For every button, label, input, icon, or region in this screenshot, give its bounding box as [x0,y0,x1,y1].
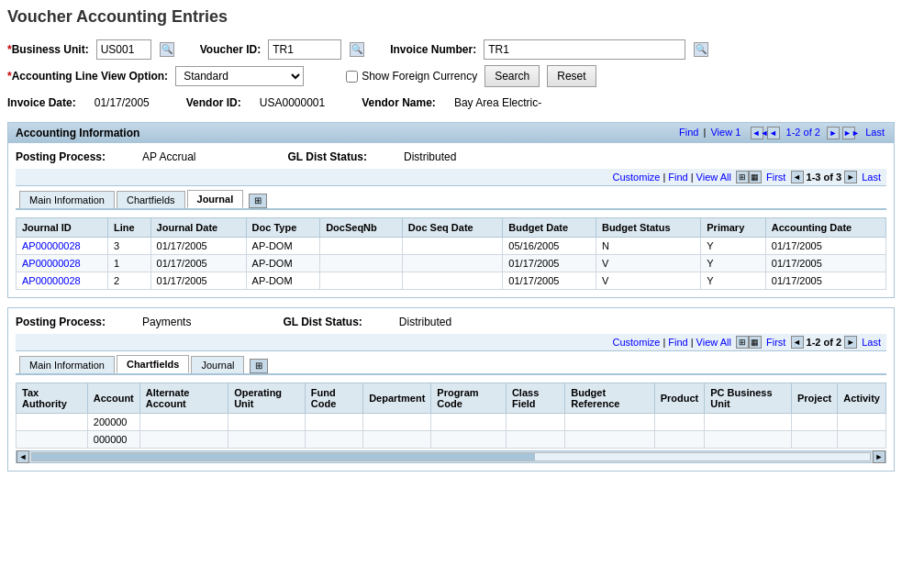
section1-title: Accounting Information [16,127,139,139]
section2-col-account: Account [87,383,139,414]
section2-gldist-label: GL Dist Status: [283,316,362,328]
reset-button[interactable]: Reset [547,65,596,87]
section1-inner-next[interactable]: ► [844,171,857,183]
section2-inner-count: 1-2 of 2 [807,337,842,348]
invoice-date-value: 01/17/2005 [95,96,150,109]
section2-inner-grid[interactable]: ▦ [749,336,762,349]
journal-id-link[interactable]: AP00000028 [22,258,81,269]
section2-scroll-track[interactable] [31,452,871,461]
section1-gldist-label: GL Dist Status: [288,150,367,163]
section2-inner-expand[interactable]: ⊞ [736,336,749,349]
section1-tab-expand-icon[interactable]: ⊞ [249,194,267,208]
table-cell[interactable]: AP00000028 [17,272,108,290]
table-cell [838,431,886,449]
table-cell: AP-DOM [246,238,320,255]
section1-tab-chartfields[interactable]: Chartfields [117,191,185,208]
voucher-id-lookup-icon[interactable]: 🔍 [350,42,364,57]
business-unit-lookup-icon[interactable]: 🔍 [160,42,174,57]
table-cell [305,414,362,431]
table-cell: 01/17/2005 [765,238,885,255]
section2-inner-next[interactable]: ► [844,336,857,349]
table-cell [654,414,705,431]
section2-scroll-left[interactable]: ◄ [17,450,29,463]
section2-inner-last[interactable]: Last [862,337,881,348]
table-cell[interactable]: AP00000028 [17,238,108,255]
vendor-id-value: USA0000001 [260,96,325,109]
section2-col-pc-bu: PC Business Unit [705,383,792,414]
section2-gldist-value: Distributed [399,316,451,328]
section1-posting-value: AP Accrual [142,150,195,163]
table-cell: AP-DOM [246,272,320,290]
table-cell: 000000 [87,431,139,449]
section1-inner-viewall[interactable]: View All [696,172,731,183]
section2-scroll-right[interactable]: ► [873,450,885,463]
section2-tab-main[interactable]: Main Information [19,356,115,373]
journal-id-link[interactable]: AP00000028 [22,275,81,286]
info-row: Invoice Date: 01/17/2005 Vendor ID: USA0… [7,93,895,113]
section2-inner-prev[interactable]: ◄ [791,336,804,349]
section2-tabs: Main Information Chartfields Journal ⊞ [16,351,886,375]
section1-nav-next[interactable]: ► [827,127,840,139]
section2-col-activity: Activity [838,383,886,414]
section1-nav-first[interactable]: ◄◄ [751,127,763,139]
page-title: Voucher Accounting Entries [7,7,895,27]
section1-nav-prev[interactable]: ◄ [767,127,780,139]
section1-tab-main[interactable]: Main Information [19,191,115,208]
table-row: AP00000028201/17/2005AP-DOM01/17/2005VY0… [17,272,886,290]
table-cell[interactable]: AP00000028 [17,255,108,272]
section2-tab-expand-icon[interactable]: ⊞ [250,359,268,373]
section1-inner-customize[interactable]: Customize [613,172,661,183]
table-cell: 01/17/2005 [503,272,596,290]
accounting-line-label: Accounting Line View Option: [7,70,168,83]
search-button[interactable]: Search [484,65,540,87]
section2-table-header-row: Tax Authority Account Alternate Account … [17,383,886,414]
section2-posting-row: Posting Process: Payments GL Dist Status… [16,316,886,328]
business-unit-input[interactable] [96,39,151,60]
section1-last-link[interactable]: Last [865,127,885,138]
section2-inner-find[interactable]: Find [668,337,687,348]
section1-inner-prev[interactable]: ◄ [791,171,804,183]
table-cell [228,414,306,431]
section2-inner-viewall[interactable]: View All [696,337,731,348]
section1-inner-expand[interactable]: ⊞ [736,171,749,183]
table-cell [305,431,362,449]
section1-find-link[interactable]: Find [679,127,698,138]
table-cell: 200000 [87,414,139,431]
accounting-line-select[interactable]: Standard [175,66,304,86]
table-cell: 05/16/2005 [503,238,596,255]
section2-col-dept: Department [363,383,431,414]
table-cell: Y [701,272,766,290]
show-foreign-currency-checkbox[interactable] [346,71,358,83]
section1-view1-link[interactable]: View 1 [710,127,741,138]
section1-inner-last[interactable]: Last [862,172,881,183]
journal-id-link[interactable]: AP00000028 [22,240,81,251]
section2-tab-journal[interactable]: Journal [191,356,244,373]
section2-col-program: Program Code [431,383,507,414]
voucher-id-input[interactable] [268,39,341,60]
table-row: 000000 [17,431,886,449]
show-foreign-currency-wrapper: Show Foreign Currency [346,70,477,83]
section1-inner-first[interactable]: First [766,172,785,183]
section2-inner-customize[interactable]: Customize [613,337,661,348]
section2-inner-first[interactable]: First [766,337,785,348]
table-cell [654,431,705,449]
section2-body: Posting Process: Payments GL Dist Status… [8,308,894,471]
section1-header: Accounting Information Find | View 1 ◄◄ … [8,123,894,143]
invoice-number-lookup-icon[interactable]: 🔍 [694,42,708,57]
section2-col-oper-unit: Operating Unit [228,383,306,414]
section2-tab-chartfields[interactable]: Chartfields [117,355,189,373]
section1-inner-find[interactable]: Find [668,172,687,183]
section1-nav-last[interactable]: ►► [842,127,855,139]
section2-col-product: Product [654,383,705,414]
table-cell [565,414,655,431]
invoice-number-label: Invoice Number: [390,43,476,56]
section1-page-count: 1-2 of 2 [786,127,820,138]
table-cell: AP-DOM [246,255,320,272]
section1-nav: Find | View 1 ◄◄ ◄ 1-2 of 2 ► ►► Last [677,127,886,139]
section2-col-alt-account: Alternate Account [139,383,228,414]
table-cell [506,431,564,449]
section1-inner-grid[interactable]: ▦ [749,171,762,183]
section2-panel: Posting Process: Payments GL Dist Status… [7,307,895,472]
section1-tab-journal[interactable]: Journal [187,190,244,208]
invoice-number-input[interactable] [484,39,685,60]
